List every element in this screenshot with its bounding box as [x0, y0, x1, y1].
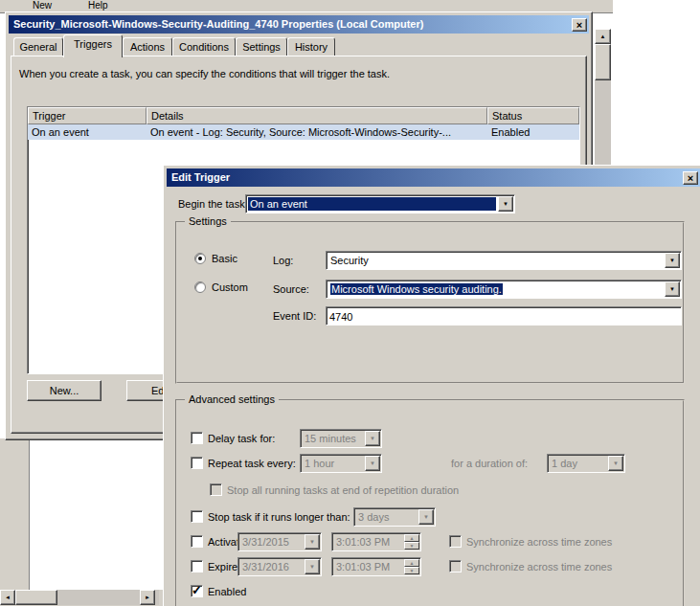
delay-checkbox[interactable]: [191, 432, 203, 444]
scroll-right-icon[interactable]: ►: [140, 590, 155, 605]
log-value: Security: [328, 254, 663, 267]
screen: New Help ▲ ◄ ► Security_Microsoft-Window…: [0, 0, 700, 606]
activate-sync-label: Synchronize across time zones: [466, 536, 612, 548]
advanced-settings-group: Advanced settings Delay task for: 15 min…: [175, 399, 685, 606]
edit-trigger-titlebar[interactable]: Edit Trigger ×: [167, 168, 700, 187]
triggers-description: When you create a task, you can specify …: [19, 68, 390, 79]
basic-radio-label[interactable]: Basic: [212, 253, 237, 264]
tab-conditions[interactable]: Conditions: [172, 37, 236, 56]
expire-time-spinner: 3:01:03 PM ▲ ▼: [331, 557, 421, 576]
close-button[interactable]: ×: [572, 18, 587, 32]
console-vertical-scrollbar[interactable]: ▲: [595, 29, 611, 165]
console-content-area: [29, 440, 163, 590]
chevron-down-icon: ▼: [365, 431, 380, 446]
activate-time-value: 3:01:03 PM: [334, 535, 402, 549]
repeat-label[interactable]: Repeat task every:: [208, 458, 296, 469]
duration-label: for a duration of:: [451, 458, 528, 469]
delay-label[interactable]: Delay task for:: [208, 433, 275, 444]
chevron-down-icon: ▼: [608, 456, 623, 471]
column-header-details[interactable]: Details: [147, 107, 487, 124]
enabled-checkbox[interactable]: ✓: [191, 585, 203, 597]
settings-group: Settings Basic Custom Log: Security ▼ So…: [175, 221, 685, 384]
scroll-left-icon[interactable]: ◄: [0, 590, 15, 605]
event-id-field[interactable]: 4740: [326, 306, 682, 325]
close-button[interactable]: ×: [683, 171, 698, 185]
custom-radio-label[interactable]: Custom: [212, 281, 248, 293]
source-select[interactable]: Microsoft Windows security auditing. ▼: [326, 280, 682, 299]
expire-sync-checkbox: [449, 560, 462, 572]
repeat-checkbox[interactable]: [191, 457, 203, 469]
row-trigger-cell: On an event: [28, 124, 147, 140]
repeat-value: 1 hour: [303, 457, 363, 470]
activate-date-select: 3/31/2015 ▼: [237, 532, 322, 551]
delay-select: 15 minutes ▼: [300, 429, 382, 448]
begin-task-label: Begin the task:: [178, 198, 248, 210]
chevron-down-icon: ▼: [365, 456, 380, 471]
stop-task-checkbox[interactable]: [191, 510, 203, 523]
begin-task-select[interactable]: On an event ▼: [245, 194, 515, 213]
chevron-down-icon[interactable]: ▼: [665, 253, 680, 268]
delay-value: 15 minutes: [303, 432, 363, 445]
repeat-select: 1 hour ▼: [300, 454, 382, 473]
close-icon: ×: [576, 19, 582, 31]
spin-up-icon: ▲: [404, 534, 419, 542]
expire-date-select: 3/31/2016 ▼: [237, 557, 322, 576]
chevron-down-icon[interactable]: ▼: [498, 196, 513, 212]
spin-up-icon: ▲: [404, 559, 419, 567]
tab-triggers[interactable]: Triggers: [63, 34, 123, 57]
duration-value: 1 day: [550, 457, 606, 470]
chevron-down-icon: ▼: [418, 509, 434, 525]
stop-task-value: 3 days: [356, 510, 417, 524]
row-details-cell: On event - Log: Security, Source: Micros…: [147, 124, 487, 140]
row-status-cell: Enabled: [487, 124, 579, 140]
chevron-down-icon: ▼: [305, 534, 320, 550]
log-select[interactable]: Security ▼: [326, 251, 682, 270]
activate-checkbox[interactable]: [191, 535, 203, 548]
basic-radio[interactable]: [194, 253, 206, 264]
new-button[interactable]: New...: [27, 380, 102, 401]
vertical-scrollbar-thumb[interactable]: [595, 44, 611, 80]
column-header-trigger[interactable]: Trigger: [28, 107, 147, 124]
console-window-fragment: ◄ ►: [0, 438, 163, 606]
log-label: Log:: [273, 255, 293, 266]
triggers-list-header: Trigger Details Status: [28, 107, 579, 124]
expire-sync-label: Synchronize across time zones: [466, 561, 612, 572]
duration-select: 1 day ▼: [547, 454, 625, 473]
menu-item-new[interactable]: New: [33, 0, 52, 11]
edit-trigger-title: Edit Trigger: [171, 171, 230, 183]
tab-settings[interactable]: Settings: [236, 37, 287, 56]
column-header-status[interactable]: Status: [487, 107, 579, 124]
stop-all-label: Stop all running tasks at end of repetit…: [227, 484, 459, 496]
check-icon: ✓: [192, 583, 202, 597]
console-horizontal-scrollbar[interactable]: ◄ ►: [0, 590, 159, 605]
spin-down-icon: ▼: [404, 567, 419, 574]
properties-titlebar[interactable]: Security_Microsoft-Windows-Security-Audi…: [9, 15, 589, 34]
stop-task-label[interactable]: Stop task if it runs longer than:: [208, 511, 350, 523]
advanced-settings-group-label: Advanced settings: [185, 393, 279, 405]
begin-task-value: On an event: [248, 197, 496, 211]
enabled-label[interactable]: Enabled: [208, 586, 246, 597]
chevron-down-icon[interactable]: ▼: [665, 281, 680, 297]
tab-history[interactable]: History: [287, 37, 335, 56]
tab-actions[interactable]: Actions: [123, 37, 172, 56]
selected-text: Microsoft Windows security auditing.: [330, 283, 503, 295]
settings-group-label: Settings: [185, 215, 231, 227]
activate-sync-checkbox: [449, 535, 462, 548]
stop-task-select: 3 days ▼: [353, 507, 436, 527]
radio-dot-icon: [198, 257, 202, 260]
scroll-up-icon[interactable]: ▲: [595, 29, 611, 44]
expire-checkbox[interactable]: [191, 560, 203, 572]
horizontal-scrollbar-thumb[interactable]: [15, 590, 57, 605]
event-id-label: Event ID:: [273, 310, 316, 322]
chevron-down-icon: ▼: [305, 559, 320, 574]
expire-date-value: 3/31/2016: [240, 560, 303, 573]
menu-item-help[interactable]: Help: [88, 0, 108, 11]
spin-down-icon: ▼: [404, 542, 419, 550]
tab-general[interactable]: General: [13, 37, 63, 56]
close-icon: ×: [688, 172, 693, 184]
table-row[interactable]: On an event On event - Log: Security, So…: [28, 124, 579, 140]
custom-radio[interactable]: [194, 281, 206, 293]
activate-time-spinner: 3:01:03 PM ▲ ▼: [331, 532, 421, 551]
expire-label[interactable]: Expire:: [208, 561, 240, 572]
stop-all-checkbox: [210, 483, 222, 496]
